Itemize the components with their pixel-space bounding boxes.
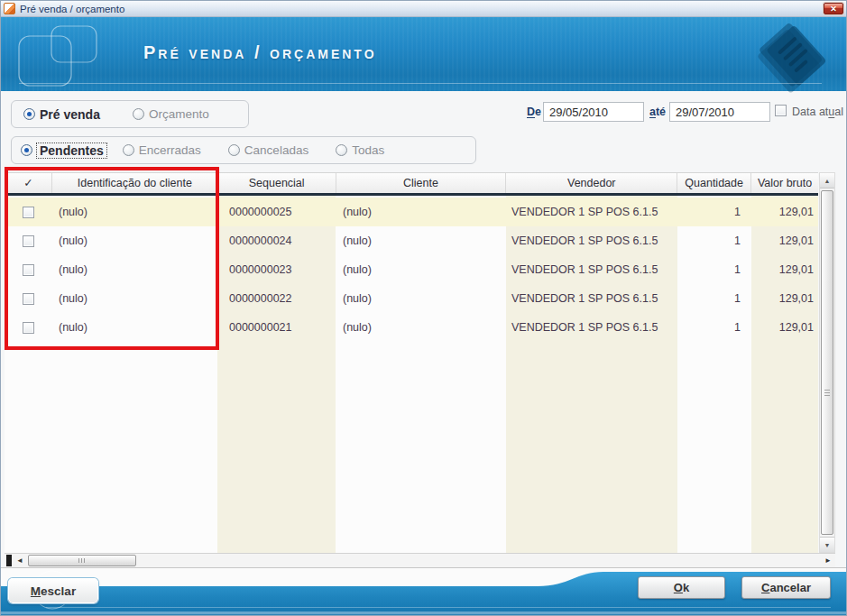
radio-todas[interactable]: Todas: [336, 143, 384, 157]
cell-identificacao: (nulo): [51, 226, 217, 255]
radio-canceladas[interactable]: Canceladas: [228, 143, 308, 157]
page-title: Pré venda / orçamento: [143, 42, 377, 63]
cell-identificacao: (nulo): [51, 284, 217, 313]
cell-cliente: (nulo): [336, 255, 506, 284]
cancelar-button[interactable]: Cancelar: [741, 576, 831, 599]
date-to-input[interactable]: [669, 102, 770, 122]
table-row[interactable]: (nulo) 0000000021 (nulo) VENDEDOR 1 SP P…: [5, 313, 818, 342]
horizontal-scrollbar[interactable]: ◄ ►: [5, 553, 835, 567]
close-icon: ✕: [830, 5, 837, 14]
cell-cliente: (nulo): [336, 198, 506, 226]
table-row[interactable]: (nulo) 0000000025 (nulo) VENDEDOR 1 SP P…: [5, 198, 818, 226]
vertical-scrollbar[interactable]: ▲ ▼: [819, 172, 835, 553]
cell-sequencial: 0000000021: [217, 313, 336, 342]
grid-body: (nulo) 0000000025 (nulo) VENDEDOR 1 SP P…: [5, 196, 818, 553]
row-checkbox[interactable]: [23, 235, 34, 247]
radio-unselected-icon: [123, 144, 134, 156]
radio-pendentes[interactable]: Pendentes: [21, 143, 106, 158]
radio-label: Canceladas: [244, 143, 308, 157]
documents-icon: [752, 21, 835, 93]
table-row[interactable]: (nulo) 0000000024 (nulo) VENDEDOR 1 SP P…: [5, 226, 818, 255]
cell-valor-bruto: 129,01: [751, 255, 818, 284]
radio-label: Todas: [352, 143, 384, 157]
header-banner: Pré venda / orçamento: [1, 17, 847, 91]
cell-vendedor: VENDEDOR 1 SP POS 6.1.5: [506, 226, 677, 255]
cell-vendedor: VENDEDOR 1 SP POS 6.1.5: [506, 313, 677, 342]
logo-icon: [17, 24, 103, 87]
cell-sequencial: 0000000023: [217, 255, 336, 284]
cell-sequencial: 0000000022: [217, 284, 336, 313]
date-from-label: De: [527, 106, 541, 118]
column-header-quantidade[interactable]: Quantidade: [677, 173, 751, 193]
vertical-scrollbar-thumb[interactable]: [821, 190, 833, 535]
cell-sequencial: 0000000025: [217, 198, 336, 226]
radio-unselected-icon: [336, 144, 347, 156]
cell-vendedor: VENDEDOR 1 SP POS 6.1.5: [506, 198, 677, 226]
cell-identificacao: (nulo): [51, 255, 217, 284]
radio-label: Pendentes: [37, 143, 106, 158]
radio-label: Encerradas: [139, 143, 201, 157]
cell-quantidade: 1: [677, 198, 751, 226]
status-filter-group: Pendentes Encerradas Canceladas Todas: [11, 136, 476, 164]
cell-cliente: (nulo): [336, 313, 506, 342]
cell-sequencial: 0000000024: [217, 226, 336, 255]
row-checkbox[interactable]: [23, 322, 34, 334]
cell-quantidade: 1: [677, 255, 751, 284]
radio-selected-icon: [21, 144, 32, 156]
cell-valor-bruto: 129,01: [751, 198, 818, 226]
radio-pre-venda[interactable]: Pré venda: [23, 107, 100, 122]
ok-button[interactable]: Ok: [638, 576, 725, 599]
data-atual-checkbox[interactable]: [775, 105, 787, 116]
radio-label: Orçamento: [149, 107, 209, 121]
scroll-up-icon[interactable]: ▲: [820, 173, 834, 188]
date-from-input[interactable]: [543, 102, 644, 122]
app-icon: [4, 3, 15, 14]
column-header-valor-bruto[interactable]: Valor bruto: [751, 173, 818, 193]
cell-vendedor: VENDEDOR 1 SP POS 6.1.5: [506, 255, 677, 284]
column-header-sequencial[interactable]: Sequencial: [218, 173, 336, 193]
cell-quantidade: 1: [677, 284, 751, 313]
scroll-down-icon[interactable]: ▼: [820, 537, 834, 552]
radio-orcamento[interactable]: Orçamento: [133, 107, 209, 121]
cell-valor-bruto: 129,01: [751, 284, 818, 313]
radio-unselected-icon: [228, 144, 240, 156]
row-checkbox[interactable]: [23, 264, 34, 276]
type-filter-group: Pré venda Orçamento: [11, 100, 249, 128]
cell-identificacao: (nulo): [51, 313, 217, 342]
window-title: Pré venda / orçamento: [20, 4, 124, 14]
row-checkbox[interactable]: [23, 293, 34, 305]
cell-valor-bruto: 129,01: [751, 226, 818, 255]
close-button[interactable]: ✕: [824, 3, 843, 14]
mesclar-button[interactable]: Mesclar: [8, 578, 98, 603]
cell-quantidade: 1: [677, 226, 751, 255]
cell-cliente: (nulo): [336, 284, 506, 313]
pre-venda-window: Pré venda / orçamento ✕ Pré venda / orça…: [0, 0, 847, 616]
radio-selected-icon: [23, 108, 35, 120]
table-row[interactable]: (nulo) 0000000022 (nulo) VENDEDOR 1 SP P…: [5, 284, 818, 313]
date-to-label: até: [649, 106, 666, 118]
cell-valor-bruto: 129,01: [751, 313, 818, 342]
table-row[interactable]: (nulo) 0000000023 (nulo) VENDEDOR 1 SP P…: [5, 255, 818, 284]
radio-unselected-icon: [133, 108, 144, 120]
scroll-left-icon[interactable]: ◄: [16, 554, 23, 567]
splitter-handle[interactable]: [6, 555, 12, 566]
scroll-right-icon[interactable]: ►: [824, 554, 832, 567]
radio-encerradas[interactable]: Encerradas: [123, 143, 201, 157]
titlebar[interactable]: Pré venda / orçamento ✕: [1, 1, 847, 17]
data-atual-label[interactable]: Data atual: [792, 106, 843, 118]
horizontal-scrollbar-thumb[interactable]: [28, 555, 136, 566]
column-header-check[interactable]: ✓: [5, 173, 52, 193]
column-header-vendedor[interactable]: Vendedor: [506, 173, 677, 193]
header-divider: [19, 83, 822, 84]
column-header-cliente[interactable]: Cliente: [336, 173, 507, 193]
cell-cliente: (nulo): [336, 226, 506, 255]
cell-identificacao: (nulo): [51, 198, 217, 226]
radio-label: Pré venda: [40, 107, 100, 122]
row-checkbox[interactable]: [23, 207, 34, 218]
column-header-identificacao[interactable]: Identificação do cliente: [52, 173, 218, 193]
cell-quantidade: 1: [677, 313, 751, 342]
grid-header: ✓ Identificação do cliente Sequencial Cl…: [5, 172, 818, 196]
cell-vendedor: VENDEDOR 1 SP POS 6.1.5: [506, 284, 677, 313]
